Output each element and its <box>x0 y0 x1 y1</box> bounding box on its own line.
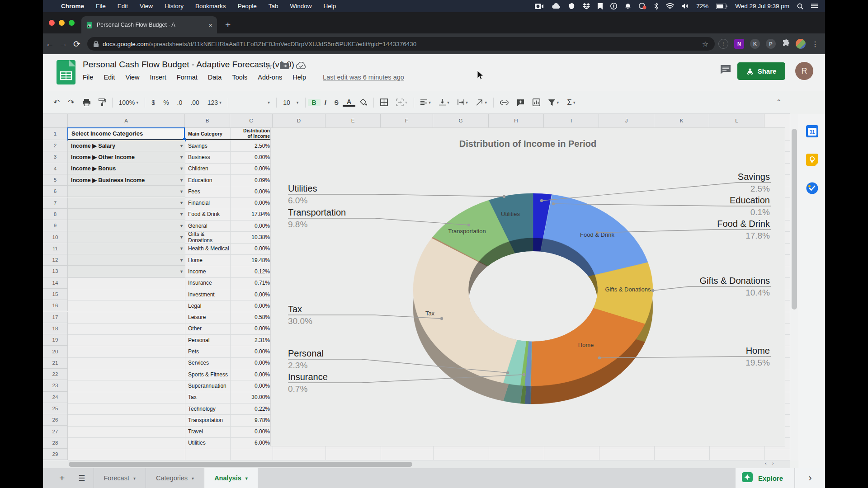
font-size-select[interactable]: 10 ▾ <box>279 99 302 106</box>
cell-C1[interactable]: Distributionof Income <box>230 128 273 140</box>
dropdown-caret-icon[interactable]: ▾ <box>180 200 183 205</box>
cell-B19[interactable]: Personal <box>185 334 230 346</box>
cell-C13[interactable]: 0.12% <box>230 266 273 277</box>
vertical-align-icon[interactable]: ▾ <box>435 99 453 106</box>
cell-C11[interactable]: 0.00% <box>230 243 273 254</box>
tasks-icon[interactable] <box>806 182 818 194</box>
cell-B23[interactable]: Superannuation <box>185 380 230 391</box>
cell-B24[interactable]: Tax <box>185 392 230 403</box>
cell-A4[interactable]: Income ▶ Bonus▾ <box>68 163 185 174</box>
bold-button[interactable]: B <box>308 99 321 106</box>
dropdown-caret-icon[interactable]: ▾ <box>180 189 183 194</box>
cell-C19[interactable]: 2.31% <box>230 334 273 346</box>
row-header-17[interactable]: 17 <box>43 312 68 323</box>
cell-B14[interactable]: Insurance <box>185 277 230 289</box>
dropdown-caret-icon[interactable]: ▾ <box>180 178 183 183</box>
row-header-6[interactable]: 6 <box>43 186 68 197</box>
format-percent-button[interactable]: % <box>159 99 173 106</box>
cell-C24[interactable]: 30.00% <box>230 392 273 403</box>
menubar-item-help[interactable]: Help <box>323 3 336 9</box>
column-header-E[interactable]: E <box>326 114 381 128</box>
move-folder-icon[interactable] <box>280 62 289 71</box>
increase-decimal-button[interactable]: .00 <box>186 99 203 106</box>
cell-B20[interactable]: Pets <box>185 346 230 357</box>
cell-B28[interactable]: Utilities <box>185 437 230 449</box>
menu-data[interactable]: Data <box>208 74 222 81</box>
lock-icon[interactable] <box>94 41 99 47</box>
scroll-right-icon[interactable]: › <box>772 460 774 466</box>
row-header-7[interactable]: 7 <box>43 197 68 209</box>
volume-icon[interactable] <box>682 3 689 9</box>
cell-B21[interactable]: Services <box>185 357 230 369</box>
cell-C16[interactable]: 0.00% <box>230 300 273 311</box>
row-header-19[interactable]: 19 <box>43 334 68 346</box>
cell-B4[interactable]: Children <box>185 163 230 174</box>
menubar-item-history[interactable]: History <box>165 3 184 9</box>
add-sheet-button[interactable]: + <box>43 473 70 483</box>
all-sheets-icon[interactable]: ☰ <box>70 474 93 483</box>
extensions-puzzle-icon[interactable] <box>782 39 790 49</box>
grid-corner[interactable] <box>43 114 68 128</box>
row-header-10[interactable]: 10 <box>43 231 68 243</box>
dropbox-icon[interactable] <box>583 3 590 9</box>
column-header-C[interactable]: C <box>230 114 273 128</box>
cell-B3[interactable]: Business <box>185 151 230 163</box>
row-header-26[interactable]: 26 <box>43 414 68 426</box>
menu-file[interactable]: File <box>83 74 93 81</box>
cell-B12[interactable]: Home <box>185 254 230 266</box>
more-formats-button[interactable]: 123▾ <box>203 99 226 106</box>
onedrive-cloud-icon[interactable] <box>552 3 561 9</box>
cell-C28[interactable]: 6.00% <box>230 437 273 449</box>
back-button[interactable]: ← <box>43 39 57 49</box>
cell-C7[interactable]: 0.00% <box>230 197 273 209</box>
row-header-13[interactable]: 13 <box>43 266 68 277</box>
paint-format-icon[interactable] <box>94 99 110 106</box>
sheet-tab-forecast[interactable]: Forecast▾ <box>94 468 146 488</box>
strikethrough-button[interactable]: S <box>330 99 343 106</box>
notification-bell-icon[interactable] <box>625 3 631 9</box>
cell-C6[interactable]: 0.00% <box>230 186 273 197</box>
menu-format[interactable]: Format <box>177 74 198 81</box>
star-document-icon[interactable]: ☆ <box>265 61 273 71</box>
row-header-21[interactable]: 21 <box>43 357 68 369</box>
sheet-tab-caret-icon[interactable]: ▾ <box>133 476 136 481</box>
window-close-button[interactable] <box>49 20 55 26</box>
row-header-18[interactable]: 18 <box>43 323 68 334</box>
wifi-icon[interactable] <box>666 3 674 9</box>
cell-A7[interactable]: ▾ <box>68 197 185 209</box>
cell-C23[interactable]: 0.00% <box>230 380 273 391</box>
horizontal-align-icon[interactable]: ▾ <box>416 99 435 105</box>
column-header-K[interactable]: K <box>654 114 709 128</box>
cell-B27[interactable]: Travel <box>185 426 230 437</box>
menubar-item-edit[interactable]: Edit <box>118 3 128 9</box>
insert-link-icon[interactable] <box>496 100 513 105</box>
cell-C27[interactable]: 0.00% <box>230 426 273 437</box>
menubar-item-bookmarks[interactable]: Bookmarks <box>195 3 226 9</box>
cell-C5[interactable]: 0.09% <box>230 174 273 186</box>
cell-A2[interactable]: Income ▶ Salary▾ <box>68 140 185 151</box>
spotlight-search-icon[interactable] <box>797 3 803 9</box>
borders-icon[interactable] <box>376 99 392 106</box>
account-avatar[interactable]: R <box>795 62 813 80</box>
dropdown-caret-icon[interactable]: ▾ <box>180 166 183 171</box>
dropdown-caret-icon[interactable]: ▾ <box>180 211 183 216</box>
window-minimize-button[interactable] <box>59 20 65 26</box>
dropdown-caret-icon[interactable]: ▾ <box>180 235 183 239</box>
sheet-tab-analysis[interactable]: Analysis▾ <box>204 468 258 488</box>
cell-C21[interactable]: 0.00% <box>230 357 273 369</box>
dropdown-caret-icon[interactable]: ▾ <box>180 269 183 274</box>
row-header-22[interactable]: 22 <box>43 369 68 380</box>
extension-k-icon[interactable]: K <box>750 39 760 49</box>
fill-color-icon[interactable] <box>355 99 371 106</box>
one-password-icon[interactable] <box>610 3 617 9</box>
menubar-item-tab[interactable]: Tab <box>269 3 278 9</box>
row-header-25[interactable]: 25 <box>43 403 68 414</box>
share-button[interactable]: Share <box>737 62 785 80</box>
redo-icon[interactable]: ↷ <box>64 98 78 107</box>
cell-B26[interactable]: Transportation <box>185 414 230 426</box>
dropdown-caret-icon[interactable]: ▾ <box>180 258 183 263</box>
cloud-saved-icon[interactable] <box>296 62 306 71</box>
side-panel-collapse-chevron[interactable]: › <box>795 468 825 488</box>
bluetooth-icon[interactable] <box>654 3 658 9</box>
row-header-3[interactable]: 3 <box>43 151 68 163</box>
